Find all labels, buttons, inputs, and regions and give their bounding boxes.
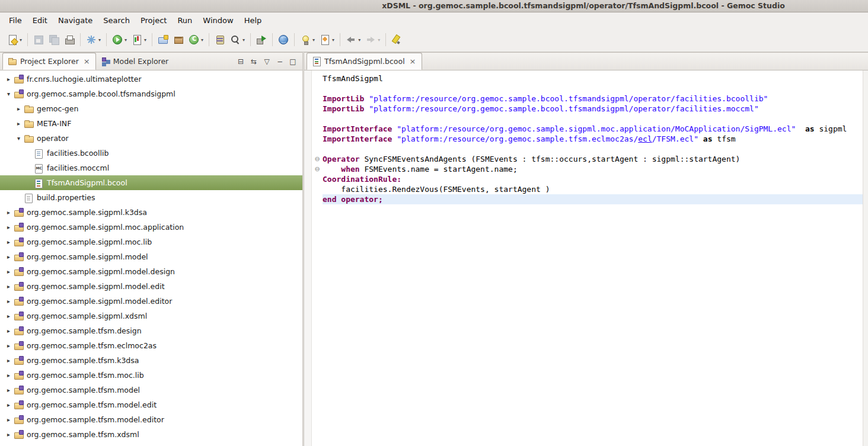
expand-arrow-icon[interactable]: ▸ [4, 209, 14, 216]
menu-item-edit[interactable]: Edit [27, 14, 53, 27]
new-java-project-button[interactable] [156, 32, 170, 47]
menu-item-project[interactable]: Project [135, 14, 172, 27]
expand-arrow-icon[interactable]: ▸ [4, 402, 14, 408]
tree-item-org-gemoc-sample-tfsm-xdsml[interactable]: ▸org.gemoc.sample.tfsm.xdsml [0, 427, 302, 442]
highlight-marker-button[interactable] [390, 32, 404, 47]
gemoc-engine-button[interactable]: ▾ [84, 32, 103, 47]
menu-item-window[interactable]: Window [197, 14, 238, 27]
code-line-1[interactable]: TfsmAndSigpml [312, 73, 863, 84]
code-line-12[interactable]: facilities.RendezVous(FSMEvents, startAg… [312, 184, 863, 194]
dropdown-arrow-icon[interactable]: ▾ [242, 37, 245, 43]
tree-item-fr-cnrs-luchogie-ultimateplotter[interactable]: ▸fr.cnrs.luchogie.ultimateplotter [0, 72, 302, 86]
open-task-button[interactable]: ▾ [298, 32, 317, 47]
search-button[interactable]: ▾ [228, 32, 247, 47]
tree-item-org-gemoc-sample-sigpml-xdsml[interactable]: ▸org.gemoc.sample.sigpml.xdsml [0, 309, 302, 323]
dropdown-arrow-icon[interactable]: ▾ [358, 37, 360, 43]
next-annotation-button[interactable]: ▾ [318, 32, 336, 47]
expand-arrow-icon[interactable]: ▸ [4, 431, 14, 438]
tree-item-gemoc-gen[interactable]: ▸gemoc-gen [0, 101, 302, 116]
code-line-2[interactable] [312, 84, 863, 94]
tree-item-org-gemoc-sample-tfsm-moc-lib[interactable]: ▸org.gemoc.sample.tfsm.moc.lib [0, 368, 302, 383]
back-button[interactable]: ▾ [344, 32, 362, 47]
tree-item-tfsmandsigpml-bcool[interactable]: TfsmAndSigpml.bcool [0, 175, 302, 190]
external-tools-button[interactable] [254, 32, 269, 47]
fold-marker-icon[interactable]: ⊖ [312, 154, 323, 164]
view-tab-model-explorer[interactable]: Model Explorer [96, 53, 174, 70]
collapse-all-icon[interactable]: ⊟ [234, 56, 247, 68]
view-tab-project-explorer[interactable]: Project Explorer× [2, 53, 96, 70]
tree-item-org-gemoc-sample-sigpml-model-design[interactable]: ▸org.gemoc.sample.sigpml.model.design [0, 264, 302, 279]
menu-item-file[interactable]: File [4, 14, 27, 27]
run-button[interactable]: ▾ [110, 32, 129, 47]
expand-arrow-icon[interactable]: ▸ [4, 387, 14, 393]
tree-item-facilities-bcoollib[interactable]: facilities.bcoollib [0, 146, 302, 161]
tree-item-org-gemoc-sample-sigpml-moc-lib[interactable]: ▸org.gemoc.sample.sigpml.moc.lib [0, 235, 302, 249]
code-area[interactable]: TfsmAndSigpmlImportLib "platform:/resour… [312, 70, 863, 446]
close-icon[interactable]: × [410, 57, 416, 65]
expand-arrow-icon[interactable]: ▸ [4, 328, 14, 334]
expand-arrow-icon[interactable]: ▸ [14, 120, 24, 127]
expand-arrow-icon[interactable]: ▸ [4, 268, 14, 275]
expand-arrow-icon[interactable]: ▸ [4, 283, 14, 290]
print-button[interactable] [62, 32, 76, 47]
expand-arrow-icon[interactable]: ▸ [4, 372, 14, 378]
expand-arrow-icon[interactable]: ▸ [4, 313, 14, 319]
expand-arrow-icon[interactable]: ▸ [4, 224, 14, 230]
view-menu-icon[interactable]: ▽ [260, 56, 273, 68]
expand-arrow-icon[interactable]: ▸ [4, 76, 14, 82]
code-line-6[interactable]: ImportInterface "platform:/resource/org.… [312, 124, 863, 134]
new-class-button[interactable]: ▾ [187, 32, 205, 47]
dropdown-arrow-icon[interactable]: ▾ [125, 37, 127, 43]
new-wizard-button[interactable]: ▾ [5, 32, 24, 47]
dropdown-arrow-icon[interactable]: ▾ [144, 37, 146, 43]
code-line-3[interactable]: ImportLib "platform:/resource/org.gemoc.… [312, 94, 863, 104]
web-browser-button[interactable] [276, 32, 291, 47]
code-line-13[interactable]: end operator; [312, 194, 863, 204]
expand-arrow-icon[interactable]: ▸ [4, 298, 14, 304]
tree-item-org-gemoc-sample-sigpml-model-edit[interactable]: ▸org.gemoc.sample.sigpml.model.edit [0, 279, 302, 294]
tree-item-build-properties[interactable]: build.properties [0, 190, 302, 205]
tree-item-org-gemoc-sample-tfsm-eclmoc2as[interactable]: ▸org.gemoc.sample.tfsm.eclmoc2as [0, 338, 302, 353]
dropdown-arrow-icon[interactable]: ▾ [20, 37, 22, 43]
code-line-5[interactable] [312, 114, 863, 124]
expand-arrow-icon[interactable]: ▸ [4, 239, 14, 245]
close-icon[interactable]: × [84, 57, 90, 65]
tree-item-operator[interactable]: ▾operator [0, 131, 302, 146]
tree-item-org-gemoc-sample-sigpml-k3dsa[interactable]: ▸org.gemoc.sample.sigpml.k3dsa [0, 205, 302, 220]
menu-item-navigate[interactable]: Navigate [53, 14, 98, 27]
dropdown-arrow-icon[interactable]: ▾ [201, 37, 203, 43]
expand-arrow-icon[interactable]: ▸ [14, 105, 24, 112]
dropdown-arrow-icon[interactable]: ▾ [332, 37, 334, 43]
collapse-arrow-icon[interactable]: ▾ [14, 135, 24, 142]
menu-item-search[interactable]: Search [98, 14, 135, 27]
tree-item-meta-inf[interactable]: ▸META-INF [0, 116, 302, 131]
code-line-8[interactable] [312, 144, 863, 154]
code-line-10[interactable]: ⊖ when FSMEvents.name = startAgent.name; [312, 164, 863, 174]
minimize-icon[interactable]: − [273, 56, 286, 68]
menu-item-help[interactable]: Help [239, 14, 267, 27]
tree-item-org-gemoc-sample-tfsm-design[interactable]: ▸org.gemoc.sample.tfsm.design [0, 323, 302, 338]
maximize-icon[interactable]: □ [286, 56, 299, 68]
tree-item-org-gemoc-sample-sigpml-moc-application[interactable]: ▸org.gemoc.sample.sigpml.moc.application [0, 220, 302, 235]
dropdown-arrow-icon[interactable]: ▾ [98, 37, 101, 43]
link-with-editor-icon[interactable]: ⇆ [247, 56, 260, 68]
expand-arrow-icon[interactable]: ▸ [4, 254, 14, 260]
menu-item-run[interactable]: Run [172, 14, 197, 27]
titlebar[interactable]: xDSML - org.gemoc.sample.bcool.tfsmandsi… [0, 0, 868, 12]
code-line-11[interactable]: CoordinationRule: [312, 174, 863, 184]
open-plugin-artifact-button[interactable] [213, 32, 227, 47]
tree-item-org-gemoc-sample-tfsm-model-edit[interactable]: ▸org.gemoc.sample.tfsm.model.edit [0, 397, 302, 412]
tree-item-facilities-moccml[interactable]: facilities.moccml [0, 161, 302, 175]
tree-item-org-gemoc-sample-tfsm-k3dsa[interactable]: ▸org.gemoc.sample.tfsm.k3dsa [0, 353, 302, 368]
tree-item-org-gemoc-sample-sigpml-model[interactable]: ▸org.gemoc.sample.sigpml.model [0, 249, 302, 264]
tree-item-org-gemoc-sample-sigpml-model-editor[interactable]: ▸org.gemoc.sample.sigpml.model.editor [0, 294, 302, 309]
fold-marker-icon[interactable]: ⊖ [312, 164, 323, 174]
dropdown-arrow-icon[interactable]: ▾ [312, 37, 315, 43]
coverage-button[interactable]: ▾ [130, 32, 148, 47]
expand-arrow-icon[interactable]: ▸ [4, 342, 14, 349]
tree-item-org-gemoc-sample-tfsm-model[interactable]: ▸org.gemoc.sample.tfsm.model [0, 383, 302, 397]
new-package-button[interactable] [171, 32, 186, 47]
code-line-9[interactable]: ⊖Operator SyncFSMEventsAndAgents (FSMEve… [312, 154, 863, 164]
expand-arrow-icon[interactable]: ▸ [4, 416, 14, 423]
code-line-4[interactable]: ImportLib "platform:/resource/org.gemoc.… [312, 104, 863, 114]
